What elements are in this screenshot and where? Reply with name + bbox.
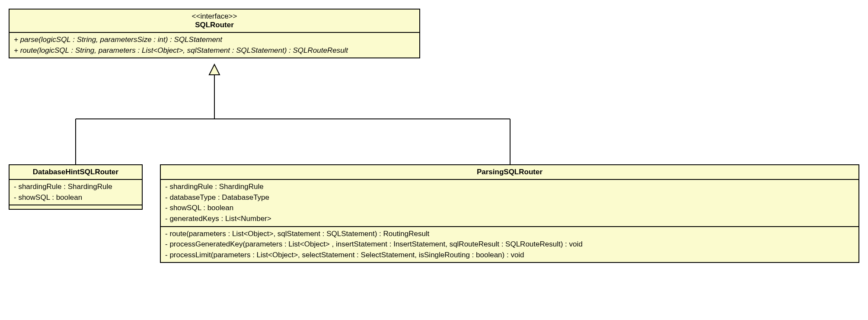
method: + route(logicSQL : String, parameters : … <box>14 45 415 56</box>
attribute: - generatedKeys : List<Number> <box>165 214 854 224</box>
attribute: - shardingRule : ShardingRule <box>14 182 137 192</box>
method: + parse(logicSQL : String, parametersSiz… <box>14 35 415 45</box>
generalization-arrowhead-icon <box>209 64 220 75</box>
title-compartment: ParsingSQLRouter <box>161 165 858 179</box>
method: - processLimit(parameters : List<Object>… <box>165 250 854 261</box>
class-name: SQLRouter <box>14 21 415 29</box>
attribute: - shardingRule : ShardingRule <box>165 182 854 192</box>
attribute: - showSQL : boolean <box>14 192 137 203</box>
title-compartment: DatabaseHintSQLRouter <box>10 165 142 179</box>
stereotype-label: <<interface>> <box>14 12 415 21</box>
attribute: - databaseType : DatabaseType <box>165 192 854 203</box>
attributes-compartment: - shardingRule : ShardingRule - database… <box>161 179 858 226</box>
uml-class-parsingsqlrouter: ParsingSQLRouter - shardingRule : Shardi… <box>160 164 859 263</box>
class-name: DatabaseHintSQLRouter <box>14 168 137 176</box>
methods-compartment-empty <box>10 205 142 209</box>
methods-compartment: - route(parameters : List<Object>, sqlSt… <box>161 226 858 262</box>
attributes-compartment: - shardingRule : ShardingRule - showSQL … <box>10 179 142 205</box>
methods-compartment: + parse(logicSQL : String, parametersSiz… <box>10 32 419 58</box>
uml-interface-sqlrouter: <<interface>> SQLRouter + parse(logicSQL… <box>9 9 420 58</box>
method: - route(parameters : List<Object>, sqlSt… <box>165 229 854 240</box>
method: - processGeneratedKey(parameters : List<… <box>165 239 854 250</box>
uml-class-databasehintsqlrouter: DatabaseHintSQLRouter - shardingRule : S… <box>9 164 143 210</box>
title-compartment: <<interface>> SQLRouter <box>10 10 419 32</box>
attribute: - showSQL : boolean <box>165 203 854 214</box>
class-name: ParsingSQLRouter <box>165 168 854 176</box>
